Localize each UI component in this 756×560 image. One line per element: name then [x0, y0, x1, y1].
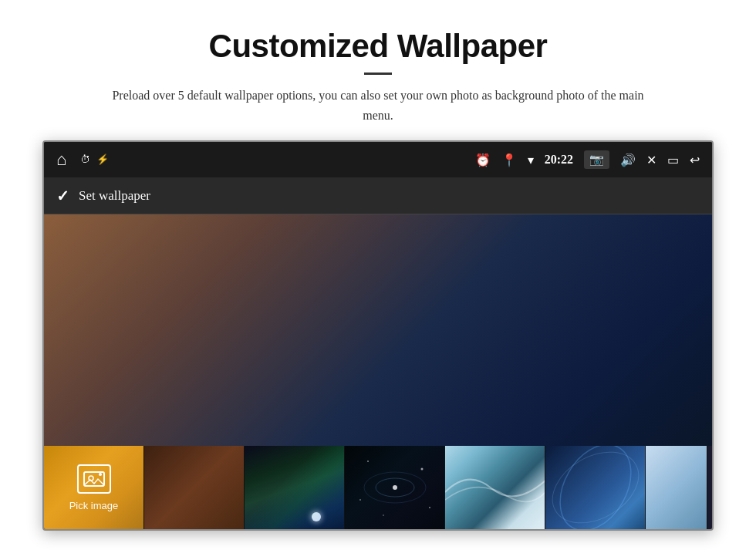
svg-point-5	[421, 468, 424, 471]
status-bar: ⌂ ⏱ ⚡ ⏰ 📍 ▾ 20:22 📷 🔊 ✕ ▭ ↩	[44, 142, 712, 177]
wallpaper-thumb-3[interactable]	[245, 446, 345, 529]
title-divider	[364, 73, 392, 75]
svg-point-3	[393, 485, 397, 490]
pick-image-label: Pick image	[69, 500, 119, 511]
usb-icon: ⚡	[96, 153, 109, 166]
time-display: 20:22	[545, 153, 573, 167]
status-icons-left: ⏱ ⚡	[80, 153, 109, 166]
wallpaper-thumb-6[interactable]	[545, 446, 646, 529]
camera-icon[interactable]: 📷	[584, 150, 609, 169]
svg-point-6	[359, 499, 361, 501]
page-title: Customized Wallpaper	[209, 28, 548, 65]
back-icon[interactable]: ↩	[690, 153, 700, 167]
pick-image-thumb[interactable]: Pick image	[44, 446, 144, 529]
svg-point-8	[383, 514, 384, 516]
svg-point-4	[367, 460, 369, 462]
device-frame: ⌂ ⏱ ⚡ ⏰ 📍 ▾ 20:22 📷 🔊 ✕ ▭ ↩ ✓ Set wallpa…	[42, 140, 714, 531]
alarm-icon: ⏰	[475, 153, 491, 167]
home-icon[interactable]: ⌂	[56, 150, 66, 170]
window-icon[interactable]: ▭	[667, 153, 679, 167]
wallpaper-preview	[44, 214, 712, 446]
svg-point-2	[99, 473, 102, 476]
pick-image-icon	[77, 464, 111, 494]
wallpaper-thumb-2[interactable]	[144, 446, 245, 529]
location-icon: 📍	[501, 153, 517, 167]
svg-point-12	[545, 446, 646, 529]
status-bar-right: ⏰ 📍 ▾ 20:22 📷 🔊 ✕ ▭ ↩	[475, 150, 700, 169]
wallpaper-thumb-4[interactable]	[345, 446, 445, 529]
volume-icon[interactable]: 🔊	[620, 153, 636, 167]
svg-point-7	[429, 507, 430, 508]
page-subtitle: Preload over 5 default wallpaper options…	[100, 86, 656, 125]
wallpaper-thumb-7[interactable]	[646, 446, 707, 529]
thumbnail-strip: Pick image	[44, 446, 712, 529]
action-bar-title: Set wallpaper	[79, 188, 150, 204]
action-bar: ✓ Set wallpaper	[44, 177, 712, 214]
wifi-icon: ▾	[528, 153, 534, 167]
wallpaper-thumb-5[interactable]	[445, 446, 545, 529]
confirm-checkmark[interactable]: ✓	[56, 187, 69, 205]
clock-icon: ⏱	[80, 153, 90, 166]
status-bar-left: ⌂ ⏱ ⚡	[56, 150, 109, 170]
close-icon[interactable]: ✕	[646, 153, 656, 167]
